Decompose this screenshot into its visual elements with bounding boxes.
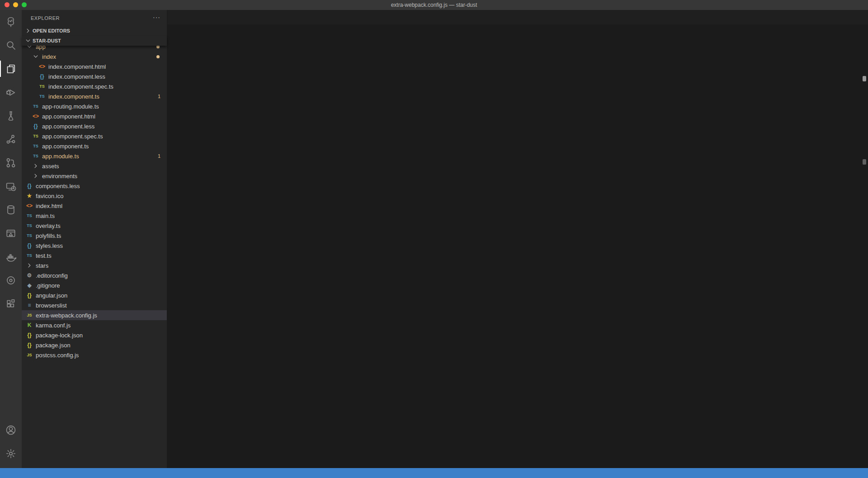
file-type-icon: TS xyxy=(25,252,33,259)
gearfile-file-icon: ⚙ xyxy=(27,272,32,279)
tree-item[interactable]: ★favicon.ico xyxy=(22,191,167,201)
diamond-file-icon: ◆ xyxy=(27,282,31,289)
ts-file-icon: TS xyxy=(33,154,38,158)
activity-item-cmake[interactable] xyxy=(0,269,22,292)
activity-item-docker[interactable] xyxy=(0,245,22,269)
tree-item[interactable]: environments xyxy=(22,171,167,181)
tree-item[interactable]: TStest.ts xyxy=(22,251,167,260)
activity-item-source-control-graph[interactable] xyxy=(0,128,22,151)
activity-item-run-debug[interactable] xyxy=(0,80,22,104)
tree-item[interactable]: TSapp.component.spec.ts xyxy=(22,131,167,141)
tree-item-label: index xyxy=(42,53,56,60)
file-type-icon: TS xyxy=(25,212,33,219)
tree-item[interactable]: {}package-lock.json xyxy=(22,330,167,340)
tree-item-label: index.component.less xyxy=(48,73,105,80)
section-header-open-editors[interactable]: OPEN EDITORS xyxy=(22,26,167,36)
tree-item[interactable]: ≡browserslist xyxy=(22,300,167,310)
tree-item-label: index.component.html xyxy=(48,63,106,70)
tree-item-label: app-routing.module.ts xyxy=(42,103,99,110)
tree-item-label: .editorconfig xyxy=(36,272,68,279)
tree-item[interactable]: {}app.component.less xyxy=(22,121,167,131)
folder-chevron-icon xyxy=(32,162,40,170)
file-type-icon: TS xyxy=(32,152,40,160)
file-type-icon: {} xyxy=(25,242,33,249)
tree-item[interactable]: ⚙.editorconfig xyxy=(22,270,167,280)
tree-item[interactable]: TSoverlay.ts xyxy=(22,221,167,231)
tree-item[interactable]: <>app.component.html xyxy=(22,111,167,121)
activity-item-todo-tree[interactable] xyxy=(0,10,22,33)
ts-file-icon: TS xyxy=(39,94,45,99)
tree-item[interactable]: TSapp.module.ts1 xyxy=(22,151,167,161)
minimize-window-button[interactable] xyxy=(13,2,18,7)
modified-count-badge: 1 xyxy=(158,153,160,159)
file-type-icon: ⚙ xyxy=(25,272,33,279)
less-file-icon: {} xyxy=(33,123,38,129)
file-type-icon: {} xyxy=(25,341,33,349)
tree-item[interactable]: <>index.component.html xyxy=(22,62,167,71)
tree-item[interactable]: ◆.gitignore xyxy=(22,280,167,290)
window-title: extra-webpack.config.js — star-dust xyxy=(391,2,477,8)
section-label: STAR-DUST xyxy=(33,38,61,43)
section-header-star-dust[interactable]: STAR-DUST xyxy=(22,36,167,46)
git-pr-icon xyxy=(5,157,16,168)
tree-item-label: angular.json xyxy=(36,292,67,299)
tree-item[interactable]: app xyxy=(22,46,167,52)
activity-item-accounts[interactable] xyxy=(0,418,22,442)
tree-item[interactable]: TSindex.component.spec.ts xyxy=(22,81,167,91)
window-controls[interactable] xyxy=(5,2,27,7)
tree-item[interactable]: assets xyxy=(22,161,167,171)
tree-item[interactable]: JSextra-webpack.config.js xyxy=(22,310,167,320)
extensions-icon xyxy=(5,298,16,309)
minimap[interactable] xyxy=(811,36,861,95)
tree-item[interactable]: TSapp-routing.module.ts xyxy=(22,101,167,111)
tree-item-label: extra-webpack.config.js xyxy=(36,312,97,319)
tree-item[interactable]: TSmain.ts xyxy=(22,211,167,221)
tree-item-label: browserslist xyxy=(36,302,67,309)
activity-item-explorer[interactable] xyxy=(0,57,22,80)
tree-item-label: app.component.spec.ts xyxy=(42,133,103,140)
tree-item[interactable]: {}angular.json xyxy=(22,290,167,300)
files-icon xyxy=(5,63,16,74)
modified-count-badge: 1 xyxy=(158,94,160,99)
tree-item[interactable]: {}package.json xyxy=(22,340,167,350)
ts-spec-file-icon: TS xyxy=(39,84,45,89)
tree-item[interactable]: {}styles.less xyxy=(22,241,167,251)
close-window-button[interactable] xyxy=(5,2,9,7)
modified-dot-badge xyxy=(156,55,160,58)
tree-item[interactable]: {}index.component.less xyxy=(22,71,167,81)
tree-icon xyxy=(5,16,16,27)
activity-item-testing[interactable] xyxy=(0,104,22,128)
tree-item[interactable]: <>index.html xyxy=(22,201,167,211)
file-type-icon: TS xyxy=(25,222,33,229)
folder-chevron-icon xyxy=(25,262,33,269)
tree-item-label: index.component.spec.ts xyxy=(48,83,113,90)
tree-item[interactable]: TSpolyfills.ts xyxy=(22,231,167,241)
activity-item-extensions[interactable] xyxy=(0,292,22,316)
tree-item[interactable]: JSpostcss.config.js xyxy=(22,350,167,360)
debug-icon xyxy=(5,87,16,98)
tree-item[interactable]: stars xyxy=(22,260,167,270)
ts-file-icon: TS xyxy=(33,144,38,148)
explorer-more-actions-icon[interactable]: ··· xyxy=(153,14,160,21)
activity-item-pull-requests[interactable] xyxy=(0,151,22,175)
zoom-window-button[interactable] xyxy=(22,2,27,7)
activity-item-database[interactable] xyxy=(0,198,22,222)
tree-item[interactable]: index xyxy=(22,52,167,62)
activity-item-remote-explorer[interactable] xyxy=(0,175,22,198)
tree-item[interactable]: Kkarma.conf.js xyxy=(22,320,167,330)
tree-item-label: environments xyxy=(42,173,77,180)
image-warn-icon xyxy=(5,228,16,239)
activity-item-search[interactable] xyxy=(0,33,22,57)
tree-item-label: main.ts xyxy=(36,213,55,219)
folder-chevron-icon xyxy=(32,172,40,180)
chev-r-icon xyxy=(26,262,33,269)
file-type-icon: JS xyxy=(25,312,33,319)
activity-item-image-preview[interactable] xyxy=(0,222,22,245)
tree-item[interactable]: TSindex.component.ts1 xyxy=(22,91,167,101)
activity-item-settings[interactable] xyxy=(0,442,22,465)
karma-file-icon: K xyxy=(28,322,32,328)
tree-item-label: postcss.config.js xyxy=(36,352,79,359)
tree-item[interactable]: TSapp.component.ts xyxy=(22,141,167,151)
tree-item[interactable]: {}components.less xyxy=(22,181,167,191)
tree-item-label: karma.conf.js xyxy=(36,322,71,329)
